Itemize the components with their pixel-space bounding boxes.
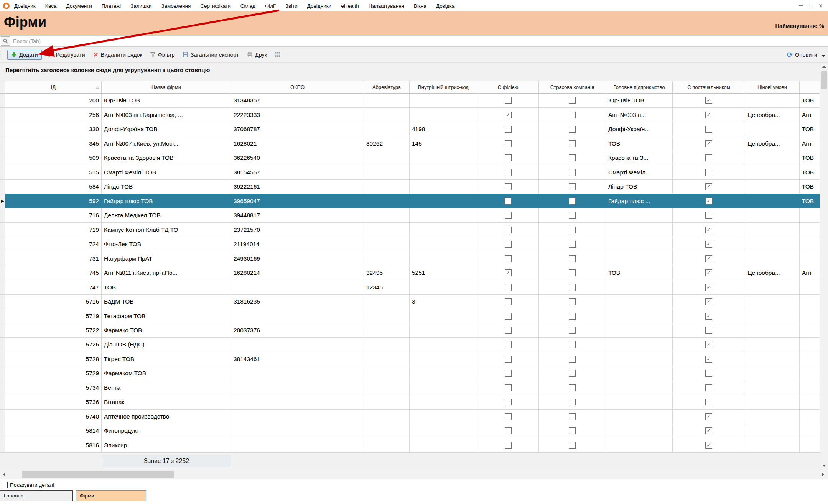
tab-main[interactable]: Головна (0, 490, 73, 501)
delete-row-button[interactable]: Видалити рядок (93, 52, 142, 58)
table-row[interactable]: 5722Фармако ТОВ20037376 (0, 323, 820, 338)
cell-barcode: 145 (410, 136, 477, 151)
menu-item-4[interactable]: Платежі (102, 3, 121, 9)
show-details-checkbox[interactable] (2, 482, 8, 488)
cell-is-supplier: ✓ (673, 309, 745, 323)
column-header-9[interactable]: Є постачальником (673, 81, 745, 93)
cell-org-type (800, 410, 820, 424)
vertical-scrollbar[interactable] (820, 63, 828, 470)
cell-is-insurance (539, 366, 606, 381)
refresh-button[interactable]: ⟳ Оновити (787, 51, 817, 59)
table-row[interactable]: 5726Діа ТОВ (НДС)✓ (0, 338, 820, 352)
menu-item-13[interactable]: Налаштування (369, 3, 404, 9)
menu-item-2[interactable]: Каса (45, 3, 57, 9)
table-row[interactable]: 515Смарті Фемілі ТОВ38154557Смарті Феміл… (0, 165, 820, 179)
cell-is-branch (477, 295, 539, 309)
table-row[interactable]: 716Дельта Медікел ТОВ39448817 (0, 208, 820, 223)
table-row[interactable]: 509Красота та Здоров'я ТОВ36226540Красот… (0, 151, 820, 165)
filter-button[interactable]: Фільтр (150, 52, 175, 58)
table-row[interactable]: 330Долфі-Україна ТОВ370687874198Долфі-Ук… (0, 122, 820, 136)
table-row-selected[interactable]: ▶592Гайдар плюс ТОВ39659047Гайдар плюс .… (0, 194, 820, 208)
menu-item-14[interactable]: Вікна (414, 3, 426, 9)
search-input[interactable] (10, 36, 828, 46)
column-header-8[interactable]: Головне підприємство (606, 81, 673, 93)
checkbox-checked: ✓ (705, 269, 712, 276)
menu-item-6[interactable]: Замовлення (161, 3, 191, 9)
close-button[interactable]: ✕ (816, 2, 826, 9)
minimize-button[interactable] (796, 2, 806, 9)
table-row[interactable]: 200Юр-Твін ТОВ31348357Юр-Твін ТОВ✓ТОВ (0, 94, 820, 108)
table-row[interactable]: 345Апт №007 г.Киев, ул.Моск...1628021302… (0, 136, 820, 151)
table-row[interactable]: 5734Вента (0, 381, 820, 395)
plus-icon (11, 52, 17, 57)
scroll-left-arrow-icon[interactable] (0, 470, 8, 479)
cell-is-branch (477, 194, 539, 208)
menu-item-7[interactable]: Сертифікати (200, 3, 230, 9)
cell-name: Фармаком ТОВ (102, 366, 231, 381)
table-row[interactable]: 5816Эликсир✓ (0, 438, 820, 453)
table-row[interactable]: 5740Аптечное производство✓ (0, 410, 820, 424)
menu-item-15[interactable]: Довідка (436, 3, 455, 9)
table-row[interactable]: 5728Тігрес ТОВ38143461✓ (0, 352, 820, 366)
cell-barcode (410, 194, 477, 208)
table-row[interactable]: 731Натурфарм ПрАТ24930169✓ (0, 251, 820, 266)
menu-bar: ДовідникКасаДокументиПлатежіЗалишкиЗамов… (0, 0, 828, 11)
cell-org-type (800, 395, 820, 409)
column-header-4[interactable]: Абревіатура (364, 81, 410, 93)
table-row[interactable]: 5814Фитопродукт✓ (0, 424, 820, 438)
checkbox-unchecked (705, 126, 712, 133)
menu-item-3[interactable]: Документи (66, 3, 92, 9)
refresh-dropdown-caret[interactable] (822, 55, 825, 57)
cell-parent-company (606, 208, 673, 223)
scroll-up-arrow-icon[interactable] (820, 63, 828, 71)
edit-button[interactable]: Редагувати (48, 52, 85, 58)
scroll-down-arrow-icon[interactable] (820, 462, 828, 470)
menu-item-10[interactable]: Звіти (285, 3, 298, 9)
table-row[interactable]: 745Апт №011 г.Киев, пр-т.По...1628021432… (0, 266, 820, 280)
cell-is-supplier: ✓ (673, 194, 745, 208)
menu-item-11[interactable]: Довідники (307, 3, 331, 9)
table-row[interactable]: 5729Фармаком ТОВ (0, 366, 820, 381)
menu-item-12[interactable]: eHealth (341, 3, 359, 9)
cell-is-branch (477, 381, 539, 395)
menu-item-1[interactable]: Довідник (14, 3, 36, 9)
export-button[interactable]: Загальний експорт (183, 52, 239, 58)
cell-id: 5736 (5, 395, 102, 409)
checkbox-unchecked (569, 284, 576, 291)
menu-item-5[interactable]: Залишки (130, 3, 151, 9)
table-row[interactable]: 5716БаДМ ТОВ318162353✓ (0, 295, 820, 309)
row-indicator (0, 309, 5, 323)
table-row[interactable]: 584Ліндо ТОВ39222161Ліндо ТОВ✓ТОВ (0, 180, 820, 194)
column-header-5[interactable]: Внутрішній штрих-код (410, 81, 477, 93)
checkbox-unchecked (505, 442, 512, 449)
cell-is-insurance (539, 237, 606, 251)
menu-item-9[interactable]: Філії (265, 3, 276, 9)
print-button[interactable]: Друк (247, 52, 267, 58)
table-row[interactable]: 724Фіто-Лек ТОВ21194014✓ (0, 237, 820, 251)
column-header-6[interactable]: Є філією (477, 81, 539, 93)
table-row[interactable]: 5719Тетафарм ТОВ✓ (0, 309, 820, 323)
column-header-2[interactable]: Назва фірми (102, 81, 231, 93)
add-button[interactable]: Додати (7, 50, 42, 60)
table-row[interactable]: 5736Вітапак (0, 395, 820, 409)
column-header-7[interactable]: Страхова компанія (539, 81, 606, 93)
cell-price-terms (745, 338, 800, 352)
cell-barcode (410, 94, 477, 108)
column-header-1[interactable]: ІД△ (5, 81, 102, 93)
menu-item-8[interactable]: Склад (240, 3, 255, 9)
column-header-3[interactable]: ОКПО (231, 81, 364, 93)
table-row[interactable]: 719Кампус Коттон Клаб ТД ТО23721570✓ (0, 223, 820, 237)
sort-ascending-icon: △ (96, 85, 99, 89)
cell-id: 747 (5, 280, 102, 294)
horizontal-scrollbar[interactable] (0, 470, 828, 479)
scroll-right-arrow-icon[interactable] (819, 470, 827, 479)
column-chooser-button[interactable] (275, 52, 280, 57)
table-row[interactable]: 256Апт №003 пгт.Барышевка, ...22223333✓А… (0, 108, 820, 122)
checkbox-unchecked (569, 112, 576, 118)
vertical-scroll-thumb[interactable] (821, 71, 827, 89)
horizontal-scroll-thumb[interactable] (22, 471, 174, 478)
column-header-10[interactable]: Цінові умови (745, 81, 800, 93)
table-row[interactable]: 747ТОВ12345✓ (0, 280, 820, 294)
restore-button[interactable] (806, 2, 816, 9)
tab-firms[interactable]: Фірми (76, 490, 146, 501)
